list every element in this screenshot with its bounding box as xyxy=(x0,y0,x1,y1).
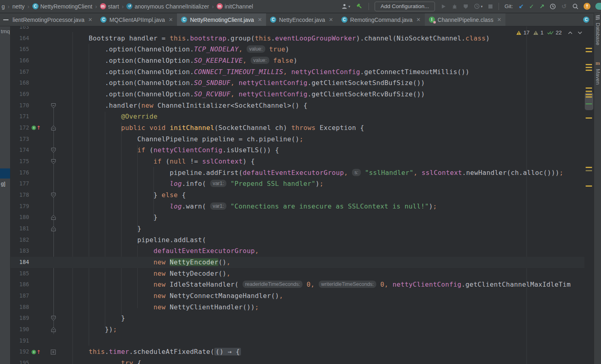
fold-marker-icon[interactable] xyxy=(51,212,56,223)
warnings-count[interactable]: 17 xyxy=(516,30,529,36)
line-number[interactable]: 164 xyxy=(11,33,29,44)
overriding-method-gutter-icon[interactable]: I↑ xyxy=(32,346,41,358)
fold-marker-icon[interactable] xyxy=(51,346,56,358)
code-line-176[interactable]: 176 pipeline.addFirst(defaultEventExecut… xyxy=(11,167,584,179)
push-icon[interactable]: ↗ xyxy=(539,3,545,10)
code-line-187[interactable]: 187 new NettyConnectManageHandler(), xyxy=(11,290,584,302)
fold-marker-icon[interactable] xyxy=(51,122,56,134)
weak-warnings-count[interactable]: 1 xyxy=(533,30,543,36)
warning-stripe-mark[interactable] xyxy=(586,117,592,119)
code-line-189[interactable]: 189 } xyxy=(11,313,584,324)
code-line-167[interactable]: 167 .option(ChannelOption.CONNECT_TIMEOU… xyxy=(11,66,584,78)
commit-icon[interactable]: ✓ xyxy=(529,3,534,10)
fold-marker-icon[interactable] xyxy=(51,223,56,234)
code-line-168[interactable]: 168 .option(ChannelOption.SO_SNDBUF, net… xyxy=(11,77,584,89)
update-project-icon[interactable]: ↙ xyxy=(519,3,524,10)
history-icon[interactable] xyxy=(550,3,556,10)
code-line-163[interactable]: 163 xyxy=(11,26,584,33)
line-number[interactable]: 185 xyxy=(11,268,29,279)
passed-inspections-count[interactable]: 22 xyxy=(547,30,562,36)
stop-icon[interactable] xyxy=(488,4,493,9)
code-line-172[interactable]: 172I↑ public void initChannel(SocketChan… xyxy=(11,122,584,134)
overriding-method-gutter-icon[interactable]: I↑ xyxy=(32,122,41,134)
line-number[interactable]: 168 xyxy=(11,77,29,89)
code-line-185[interactable]: 185 new NettyDecoder(), xyxy=(11,268,584,279)
editor-tab-nettyremotingclient-java[interactable]: CNettyRemotingClient.java✕ xyxy=(177,13,266,26)
project-tree-selected-row[interactable] xyxy=(0,168,11,179)
editor-tab-mqclientapiimpl-java[interactable]: CMQClientAPIImpl.java✕ xyxy=(96,13,177,26)
fold-marker-icon[interactable] xyxy=(51,100,56,111)
line-number[interactable]: 169 xyxy=(11,89,29,100)
line-number[interactable]: 186 xyxy=(11,279,29,290)
user-icon[interactable]: ▾ xyxy=(341,3,350,9)
next-problem-icon[interactable] xyxy=(578,31,582,34)
line-number[interactable]: 172 xyxy=(11,122,29,134)
code-line-174[interactable]: 174 if (nettyClientConfig.isUseTLS()) { xyxy=(11,145,584,156)
line-number[interactable]: 173 xyxy=(11,134,29,145)
close-tab-icon[interactable]: ✕ xyxy=(329,17,333,23)
run-icon[interactable] xyxy=(441,4,446,9)
code-line-173[interactable]: 173 ChannelPipeline pipeline = ch.pipeli… xyxy=(11,134,584,145)
code-line-171[interactable]: 171 @Override xyxy=(11,111,584,122)
editor-tab-nettyencoder-java[interactable]: CNettyEncoder.java✕ xyxy=(266,13,337,26)
code-line-180[interactable]: 180 } xyxy=(11,212,584,223)
line-number[interactable]: 176 xyxy=(11,167,29,179)
code-line-165[interactable]: 165 .option(ChannelOption.TCP_NODELAY, v… xyxy=(11,44,584,55)
line-number[interactable]: 163 xyxy=(11,26,29,33)
line-number[interactable]: 175 xyxy=(11,156,29,167)
breadcrumb-item-anonymous-channelinitializer[interactable]: ↺anonymous ChannelInitializer xyxy=(126,3,209,10)
code-line-184[interactable]: 184 new NettyEncoder(), xyxy=(11,257,584,268)
warning-stripe-mark[interactable] xyxy=(586,67,592,68)
fold-marker-icon[interactable] xyxy=(51,145,56,156)
warning-stripe-mark[interactable] xyxy=(586,91,592,92)
code-line-169[interactable]: 169 .option(ChannelOption.SO_RCVBUF, net… xyxy=(11,89,584,100)
project-tree-item[interactable]: g] xyxy=(1,181,5,187)
warning-stripe-mark[interactable] xyxy=(586,96,592,98)
code-line-195[interactable]: 195 try { xyxy=(11,358,584,364)
ok-stripe-mark[interactable] xyxy=(586,103,592,104)
code-line-192[interactable]: 192I↑ this.timer.scheduleAtFixedRate(() … xyxy=(11,346,584,358)
line-number[interactable]: 192 xyxy=(11,346,29,358)
line-number[interactable]: 170 xyxy=(11,100,29,111)
line-number[interactable]: 165 xyxy=(11,44,29,55)
close-tab-icon[interactable]: ✕ xyxy=(497,17,501,23)
fold-marker-icon[interactable] xyxy=(51,324,56,335)
code-line-191[interactable]: 191 xyxy=(11,335,584,347)
code-line-182[interactable]: 182 pipeline.addLast( xyxy=(11,234,584,246)
project-tree-item[interactable]: tmq xyxy=(1,28,10,34)
line-number[interactable]: 182 xyxy=(11,234,29,246)
line-number[interactable]: 188 xyxy=(11,302,29,313)
minimize-icon[interactable] xyxy=(0,13,12,26)
line-number[interactable]: 190 xyxy=(11,324,29,335)
warning-stripe-mark[interactable] xyxy=(586,70,592,71)
add-configuration-button[interactable]: Add Configuration... xyxy=(375,2,435,11)
code-line-170[interactable]: 170 .handler(new ChannelInitializer<Sock… xyxy=(11,100,584,111)
previous-problem-icon[interactable] xyxy=(568,31,573,34)
code-line-181[interactable]: 181 } xyxy=(11,223,584,234)
debug-icon[interactable] xyxy=(452,4,458,9)
code-line-183[interactable]: 183 defaultEventExecutorGroup, xyxy=(11,245,584,257)
line-number[interactable]: 187 xyxy=(11,290,29,302)
line-number[interactable]: 180 xyxy=(11,212,29,223)
line-number[interactable]: 174 xyxy=(11,145,29,156)
breadcrumb-item-initchannel[interactable]: minitChannel xyxy=(217,3,253,10)
warning-stripe-mark[interactable] xyxy=(586,64,592,65)
close-tab-icon[interactable]: ✕ xyxy=(416,17,421,23)
folded-lambda-region[interactable]: () → { xyxy=(214,348,241,355)
breadcrumb-item-nettyremotingclient[interactable]: CNettyRemotingClient xyxy=(32,3,92,10)
breadcrumb-item-netty[interactable]: netty xyxy=(12,3,24,10)
ide-update-icon[interactable]: ↑ xyxy=(584,3,590,10)
code-line-177[interactable]: 177 log.info( var1: "Prepend SSL handler… xyxy=(11,178,584,189)
coverage-icon[interactable] xyxy=(463,4,469,9)
error-stripe[interactable] xyxy=(584,26,594,364)
fold-marker-icon[interactable] xyxy=(51,313,56,324)
code-line-186[interactable]: 186 new IdleStateHandler( readerIdleTime… xyxy=(11,279,584,290)
warning-stripe-mark[interactable] xyxy=(586,48,592,49)
fold-marker-icon[interactable] xyxy=(51,189,56,201)
code-line-190[interactable]: 190 }); xyxy=(11,324,584,335)
rollback-icon[interactable]: ↺ xyxy=(561,3,567,10)
line-number[interactable]: 184 xyxy=(11,257,29,268)
line-number[interactable]: 178 xyxy=(11,189,29,201)
build-hammer-icon[interactable] xyxy=(356,3,363,10)
warning-stripe-mark[interactable] xyxy=(586,94,592,95)
